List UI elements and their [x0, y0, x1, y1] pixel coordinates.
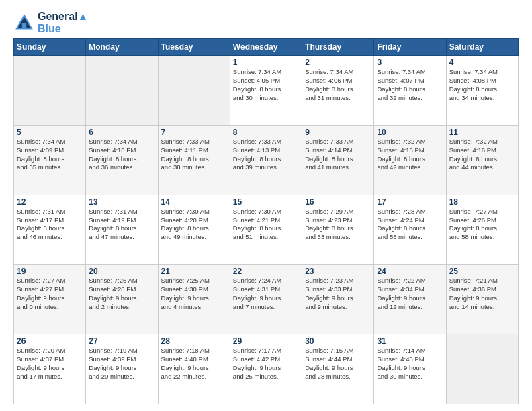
calendar-week-row: 5Sunrise: 7:34 AM Sunset: 4:09 PM Daylig…: [14, 125, 519, 195]
calendar-header-monday: Monday: [86, 39, 158, 56]
day-info: Sunrise: 7:27 AM Sunset: 4:27 PM Dayligh…: [17, 277, 83, 311]
calendar-cell: 5Sunrise: 7:34 AM Sunset: 4:09 PM Daylig…: [14, 125, 86, 195]
day-info: Sunrise: 7:32 AM Sunset: 4:15 PM Dayligh…: [377, 138, 443, 172]
day-info: Sunrise: 7:24 AM Sunset: 4:31 PM Dayligh…: [233, 277, 299, 311]
calendar-week-row: 26Sunrise: 7:20 AM Sunset: 4:37 PM Dayli…: [14, 334, 519, 404]
day-number: 18: [449, 197, 515, 207]
header: General▲ Blue: [13, 11, 519, 34]
calendar-cell: 26Sunrise: 7:20 AM Sunset: 4:37 PM Dayli…: [14, 334, 86, 404]
calendar-cell: 14Sunrise: 7:30 AM Sunset: 4:20 PM Dayli…: [158, 195, 230, 265]
calendar-cell: 30Sunrise: 7:15 AM Sunset: 4:44 PM Dayli…: [302, 334, 374, 404]
day-info: Sunrise: 7:33 AM Sunset: 4:11 PM Dayligh…: [161, 138, 227, 172]
day-number: 21: [161, 267, 227, 276]
day-number: 24: [377, 267, 443, 276]
day-number: 14: [161, 197, 227, 207]
day-number: 3: [377, 58, 443, 67]
calendar-cell: [14, 56, 86, 126]
logo-text: General▲ Blue: [38, 11, 88, 34]
svg-rect-2: [22, 23, 26, 28]
day-number: 13: [89, 197, 154, 207]
calendar-week-row: 19Sunrise: 7:27 AM Sunset: 4:27 PM Dayli…: [14, 265, 519, 334]
day-number: 31: [377, 336, 443, 346]
calendar-cell: 4Sunrise: 7:34 AM Sunset: 4:08 PM Daylig…: [446, 56, 518, 126]
day-info: Sunrise: 7:34 AM Sunset: 4:09 PM Dayligh…: [17, 138, 83, 172]
day-number: 25: [449, 267, 515, 276]
day-number: 2: [305, 58, 371, 67]
day-info: Sunrise: 7:14 AM Sunset: 4:45 PM Dayligh…: [377, 347, 443, 381]
day-info: Sunrise: 7:30 AM Sunset: 4:21 PM Dayligh…: [233, 208, 299, 242]
day-info: Sunrise: 7:18 AM Sunset: 4:40 PM Dayligh…: [161, 347, 227, 381]
day-info: Sunrise: 7:34 AM Sunset: 4:10 PM Dayligh…: [89, 138, 154, 172]
day-number: 16: [305, 197, 371, 207]
calendar-header-saturday: Saturday: [446, 39, 518, 56]
calendar-table: SundayMondayTuesdayWednesdayThursdayFrid…: [13, 38, 519, 404]
day-info: Sunrise: 7:27 AM Sunset: 4:26 PM Dayligh…: [449, 208, 515, 242]
day-info: Sunrise: 7:17 AM Sunset: 4:42 PM Dayligh…: [233, 347, 299, 381]
calendar-cell: 7Sunrise: 7:33 AM Sunset: 4:11 PM Daylig…: [158, 125, 230, 195]
calendar-header-wednesday: Wednesday: [230, 39, 302, 56]
day-info: Sunrise: 7:25 AM Sunset: 4:30 PM Dayligh…: [161, 277, 227, 311]
calendar-header-sunday: Sunday: [14, 39, 86, 56]
calendar-cell: 10Sunrise: 7:32 AM Sunset: 4:15 PM Dayli…: [374, 125, 446, 195]
page: General▲ Blue SundayMondayTuesdayWednesd…: [0, 0, 532, 411]
day-number: 11: [449, 128, 515, 137]
day-info: Sunrise: 7:26 AM Sunset: 4:28 PM Dayligh…: [89, 277, 154, 311]
day-number: 4: [449, 58, 515, 67]
calendar-cell: [446, 334, 518, 404]
day-number: 28: [161, 336, 227, 346]
day-number: 17: [377, 197, 443, 207]
day-number: 9: [305, 128, 371, 137]
calendar-week-row: 12Sunrise: 7:31 AM Sunset: 4:17 PM Dayli…: [14, 195, 519, 265]
day-info: Sunrise: 7:31 AM Sunset: 4:19 PM Dayligh…: [89, 208, 154, 242]
calendar-cell: 11Sunrise: 7:32 AM Sunset: 4:16 PM Dayli…: [446, 125, 518, 195]
day-info: Sunrise: 7:33 AM Sunset: 4:13 PM Dayligh…: [233, 138, 299, 172]
calendar-cell: 28Sunrise: 7:18 AM Sunset: 4:40 PM Dayli…: [158, 334, 230, 404]
day-info: Sunrise: 7:20 AM Sunset: 4:37 PM Dayligh…: [17, 347, 83, 381]
calendar-cell: 2Sunrise: 7:34 AM Sunset: 4:06 PM Daylig…: [302, 56, 374, 126]
day-info: Sunrise: 7:34 AM Sunset: 4:08 PM Dayligh…: [449, 68, 515, 102]
calendar-cell: 22Sunrise: 7:24 AM Sunset: 4:31 PM Dayli…: [230, 265, 302, 334]
calendar-week-row: 1Sunrise: 7:34 AM Sunset: 4:05 PM Daylig…: [14, 56, 519, 126]
calendar-cell: 24Sunrise: 7:22 AM Sunset: 4:34 PM Dayli…: [374, 265, 446, 334]
day-number: 27: [89, 336, 154, 346]
calendar-cell: 19Sunrise: 7:27 AM Sunset: 4:27 PM Dayli…: [14, 265, 86, 334]
calendar-cell: 9Sunrise: 7:33 AM Sunset: 4:14 PM Daylig…: [302, 125, 374, 195]
day-info: Sunrise: 7:15 AM Sunset: 4:44 PM Dayligh…: [305, 347, 371, 381]
calendar-cell: 21Sunrise: 7:25 AM Sunset: 4:30 PM Dayli…: [158, 265, 230, 334]
day-info: Sunrise: 7:34 AM Sunset: 4:07 PM Dayligh…: [377, 68, 443, 102]
day-info: Sunrise: 7:34 AM Sunset: 4:05 PM Dayligh…: [233, 68, 299, 102]
day-info: Sunrise: 7:23 AM Sunset: 4:33 PM Dayligh…: [305, 277, 371, 311]
calendar-cell: 18Sunrise: 7:27 AM Sunset: 4:26 PM Dayli…: [446, 195, 518, 265]
logo-icon: [13, 12, 35, 34]
day-number: 19: [17, 267, 83, 276]
day-info: Sunrise: 7:21 AM Sunset: 4:36 PM Dayligh…: [449, 277, 515, 311]
day-number: 26: [17, 336, 83, 346]
day-info: Sunrise: 7:31 AM Sunset: 4:17 PM Dayligh…: [17, 208, 83, 242]
day-info: Sunrise: 7:22 AM Sunset: 4:34 PM Dayligh…: [377, 277, 443, 311]
day-info: Sunrise: 7:19 AM Sunset: 4:39 PM Dayligh…: [89, 347, 154, 381]
day-number: 10: [377, 128, 443, 137]
calendar-cell: 31Sunrise: 7:14 AM Sunset: 4:45 PM Dayli…: [374, 334, 446, 404]
calendar-cell: 29Sunrise: 7:17 AM Sunset: 4:42 PM Dayli…: [230, 334, 302, 404]
day-number: 23: [305, 267, 371, 276]
day-number: 12: [17, 197, 83, 207]
day-info: Sunrise: 7:33 AM Sunset: 4:14 PM Dayligh…: [305, 138, 371, 172]
day-number: 1: [233, 58, 299, 67]
calendar-header-tuesday: Tuesday: [158, 39, 230, 56]
day-number: 15: [233, 197, 299, 207]
calendar-cell: 3Sunrise: 7:34 AM Sunset: 4:07 PM Daylig…: [374, 56, 446, 126]
day-number: 22: [233, 267, 299, 276]
calendar-cell: 6Sunrise: 7:34 AM Sunset: 4:10 PM Daylig…: [86, 125, 158, 195]
day-number: 7: [161, 128, 227, 137]
calendar-cell: 1Sunrise: 7:34 AM Sunset: 4:05 PM Daylig…: [230, 56, 302, 126]
day-number: 6: [89, 128, 154, 137]
day-info: Sunrise: 7:34 AM Sunset: 4:06 PM Dayligh…: [305, 68, 371, 102]
calendar-header-friday: Friday: [374, 39, 446, 56]
calendar-cell: [158, 56, 230, 126]
day-info: Sunrise: 7:28 AM Sunset: 4:24 PM Dayligh…: [377, 208, 443, 242]
calendar-cell: 16Sunrise: 7:29 AM Sunset: 4:23 PM Dayli…: [302, 195, 374, 265]
calendar-cell: 12Sunrise: 7:31 AM Sunset: 4:17 PM Dayli…: [14, 195, 86, 265]
day-number: 8: [233, 128, 299, 137]
calendar-cell: 25Sunrise: 7:21 AM Sunset: 4:36 PM Dayli…: [446, 265, 518, 334]
day-number: 20: [89, 267, 154, 276]
